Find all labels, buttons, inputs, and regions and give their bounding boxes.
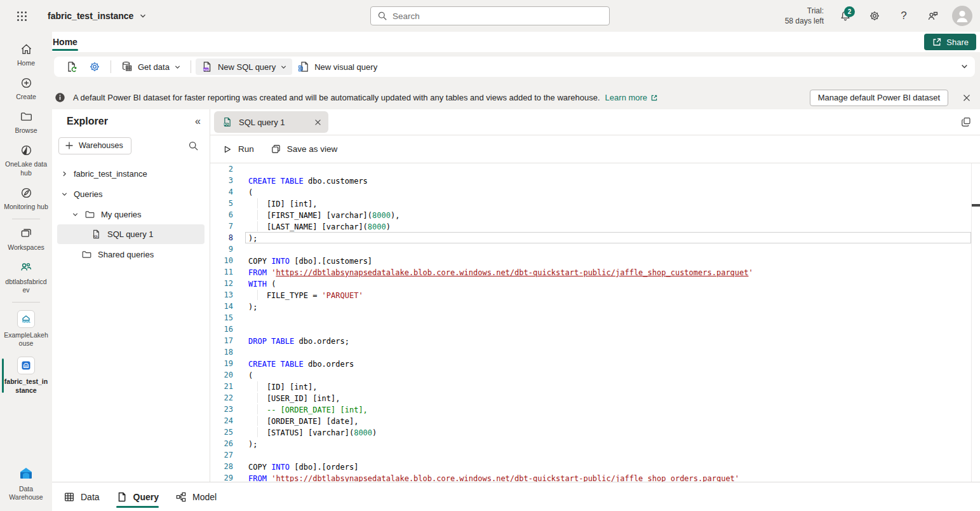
rail-divider [12, 219, 40, 219]
top-bar: fabric_test_instance Trial: 58 days left… [0, 0, 980, 32]
code-line[interactable]: 23 -- [ORDER_DATE] [int], [210, 404, 971, 415]
code-line[interactable]: 3CREATE TABLE dbo.customers [210, 175, 971, 186]
monitoring-icon [20, 186, 33, 200]
code-line[interactable]: 7 [LAST_NAME] [varchar](8000) [210, 221, 971, 232]
tab-sql-query-1[interactable]: SQL SQL query 1 [214, 111, 328, 133]
feedback-button[interactable] [923, 6, 943, 26]
waffle-menu-button[interactable] [11, 5, 32, 27]
code-lines[interactable]: 23CREATE TABLE dbo.customers4(5 [ID] [in… [210, 163, 971, 482]
tree-item-queries[interactable]: Queries [52, 184, 210, 204]
manage-dataset-button[interactable]: Manage default Power BI dataset [810, 90, 948, 106]
code-line[interactable]: 19CREATE TABLE dbo.orders [210, 358, 971, 369]
code-line[interactable]: 29FROM 'https://dbtlabsynapsedatalake.bl… [210, 472, 971, 482]
double-chevron-left-icon: « [195, 116, 201, 126]
nav-item-home[interactable]: Home [1, 38, 51, 72]
refresh-button[interactable] [60, 58, 83, 75]
code-line[interactable]: 15 [210, 312, 971, 324]
tree-item-my-queries[interactable]: My queries [52, 204, 210, 224]
copy-button[interactable] [960, 116, 972, 128]
explorer-collapse-button[interactable]: « [195, 116, 201, 127]
get-data-button[interactable]: Get data [116, 58, 186, 75]
tab-model[interactable]: Model [175, 482, 217, 511]
code-line[interactable]: 26); [210, 438, 971, 449]
workspace-switcher[interactable]: fabric_test_instance [48, 11, 147, 21]
settings-button[interactable] [864, 6, 885, 26]
explorer-title: Explorer [67, 116, 108, 127]
ribbon-settings-button[interactable] [83, 58, 106, 75]
new-visual-query-button[interactable]: New visual query [292, 58, 382, 75]
scrollbar-mark [972, 204, 980, 207]
notifications-button[interactable]: 2 [835, 6, 856, 26]
new-sql-query-button[interactable]: SQL New SQL query [196, 58, 292, 75]
tab-home[interactable]: Home [52, 32, 78, 52]
model-diagram-icon [175, 491, 187, 503]
save-as-view-button[interactable]: Save as view [271, 144, 338, 154]
data-warehouse-icon [18, 465, 34, 482]
code-line[interactable]: 12WITH ( [210, 278, 971, 289]
nav-item-data-warehouse[interactable]: Data Warehouse [1, 461, 51, 506]
code-line[interactable]: 10COPY INTO [dbo].[customers] [210, 255, 971, 266]
code-line[interactable]: 21 [ID] [int], [210, 381, 971, 392]
ribbon-collapse-button[interactable] [960, 62, 969, 71]
home-icon [20, 43, 33, 56]
code-line[interactable]: 11FROM 'https://dbtlabsynapsedatalake.bl… [210, 266, 971, 278]
banner-close-button[interactable] [958, 90, 975, 106]
trial-days-left: 58 days left [785, 16, 824, 26]
code-line[interactable]: 18 [210, 346, 971, 358]
nav-item-browse[interactable]: Browse [1, 106, 51, 139]
nav-item-fabric-test-instance[interactable]: fabric_test_instance [1, 352, 51, 399]
code-line[interactable]: 24 [ORDER_DATE] [date], [210, 415, 971, 426]
nav-item-examplelakehouse[interactable]: ExampleLakehouse [1, 306, 51, 352]
share-button[interactable]: Share [924, 34, 976, 50]
tree-item-shared-queries[interactable]: Shared queries [52, 244, 210, 264]
code-line[interactable]: 6 [FIRST_NAME] [varchar](8000), [210, 209, 971, 221]
code-line[interactable]: 27 [210, 449, 971, 461]
code-line[interactable]: 20( [210, 369, 971, 381]
code-line[interactable]: 16 [210, 324, 971, 335]
nav-rail: Home Create Browse OneLake data hub Moni… [0, 32, 52, 511]
query-tab-bar: SQL SQL query 1 [210, 109, 980, 135]
editor-scrollbar[interactable] [971, 163, 980, 482]
question-mark-icon: ? [901, 10, 906, 22]
search-input[interactable] [393, 11, 603, 21]
code-line[interactable]: 5 [ID] [int], [210, 198, 971, 209]
chevron-down-icon [960, 62, 969, 71]
code-line[interactable]: 8); [210, 232, 971, 243]
nav-item-onelake-data-hub[interactable]: OneLake data hub [1, 139, 51, 181]
nav-item-create[interactable]: Create [1, 72, 51, 106]
plus-icon [65, 141, 74, 150]
ribbon-tab-row: Home Share [52, 32, 980, 52]
tree-item-sql-query-1[interactable]: SQL SQL query 1 [57, 224, 205, 244]
svg-text:SQL: SQL [203, 68, 209, 71]
content-area: Home Share Get data [52, 32, 980, 511]
nav-item-workspaces[interactable]: Workspaces [1, 222, 51, 256]
code-line[interactable]: 17DROP TABLE dbo.orders; [210, 335, 971, 346]
code-line[interactable]: 2 [210, 163, 971, 175]
code-line[interactable]: 13 FILE_TYPE = 'PARQUET' [210, 289, 971, 301]
nav-item-workspace-dbtlabsfabricdev[interactable]: dbtlabsfabricdev [1, 256, 51, 299]
account-avatar[interactable] [952, 6, 972, 26]
code-editor[interactable]: 23CREATE TABLE dbo.customers4(5 [ID] [in… [210, 163, 980, 482]
tab-data[interactable]: Data [64, 482, 100, 511]
person-icon [952, 6, 972, 26]
new-warehouse-button[interactable]: Warehouses [58, 137, 131, 154]
table-grid-icon [64, 491, 75, 503]
code-line[interactable]: 28COPY INTO [dbo].[orders] [210, 461, 971, 472]
code-line[interactable]: 9 [210, 243, 971, 255]
tab-query[interactable]: Query [116, 482, 159, 511]
nav-item-monitoring-hub[interactable]: Monitoring hub [1, 182, 51, 215]
sql-file-green-icon: SQL [222, 116, 233, 128]
code-line[interactable]: 4( [210, 186, 971, 198]
code-line[interactable]: 14); [210, 301, 971, 312]
code-line[interactable]: 25 [STATUS] [varchar](8000) [210, 426, 971, 438]
explorer-search-button[interactable] [184, 137, 202, 154]
tab-close-button[interactable] [314, 118, 322, 126]
learn-more-link[interactable]: Learn more [605, 93, 659, 102]
search-box[interactable] [370, 6, 610, 25]
svg-text:SQL: SQL [93, 235, 98, 238]
help-button[interactable]: ? [894, 6, 914, 26]
run-button[interactable]: Run [222, 144, 254, 154]
code-line[interactable]: 22 [USER_ID] [int], [210, 392, 971, 404]
ribbon-zone: Get data SQL New SQL query New visual qu… [52, 52, 980, 109]
tree-item-fabric-test-instance[interactable]: fabric_test_instance [52, 163, 210, 184]
